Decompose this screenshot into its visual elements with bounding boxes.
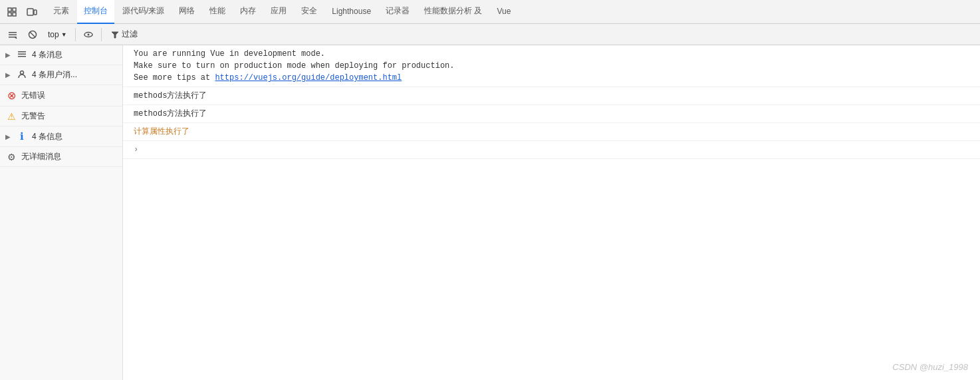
tab-sources[interactable]: 源代码/来源 bbox=[116, 0, 171, 24]
console-entry-vue-mode: You are running Vue in development mode.… bbox=[123, 45, 980, 87]
svg-rect-0 bbox=[8, 8, 11, 11]
sidebar-item-errors[interactable]: ⊗ 无错误 bbox=[0, 85, 122, 106]
tab-elements[interactable]: 元素 bbox=[47, 0, 76, 24]
expand-arrow-messages: ▶ bbox=[5, 51, 11, 59]
svg-rect-7 bbox=[9, 34, 17, 35]
sidebar-item-verbose[interactable]: ⚙ 无详细消息 bbox=[0, 147, 122, 167]
gear-icon: ⚙ bbox=[5, 152, 17, 162]
sidebar-item-label: 无详细消息 bbox=[21, 151, 61, 162]
svg-rect-4 bbox=[27, 9, 33, 15]
svg-rect-2 bbox=[8, 13, 11, 16]
deployment-link[interactable]: https://vuejs.org/guide/deployment.html bbox=[215, 73, 402, 83]
sidebar-item-label: 4 条用户消... bbox=[32, 69, 77, 81]
tab-vue[interactable]: Vue bbox=[490, 0, 517, 24]
svg-rect-3 bbox=[13, 13, 16, 16]
sidebar-item-user-messages[interactable]: ▶ 4 条用户消... bbox=[0, 65, 122, 85]
tab-lighthouse[interactable]: Lighthouse bbox=[325, 0, 378, 24]
svg-point-13 bbox=[87, 33, 89, 35]
sidebar-item-messages[interactable]: ▶ 4 条消息 bbox=[0, 45, 122, 65]
tab-performance[interactable]: 性能 bbox=[203, 0, 232, 24]
tab-perf-insights[interactable]: 性能数据分析 及 bbox=[418, 0, 489, 24]
console-entry-computed: 计算属性执行了 bbox=[123, 123, 980, 141]
user-icon bbox=[16, 69, 28, 81]
block-icon[interactable] bbox=[24, 26, 41, 43]
svg-marker-14 bbox=[112, 32, 118, 38]
tab-recorder[interactable]: 记录器 bbox=[379, 0, 416, 24]
tab-console[interactable]: 控制台 bbox=[77, 0, 114, 24]
tab-memory[interactable]: 内存 bbox=[233, 0, 263, 24]
list-icon bbox=[16, 49, 28, 61]
console-entry-methods-2: methods方法执行了 bbox=[123, 105, 980, 123]
toolbar-divider bbox=[75, 28, 76, 41]
console-output: You are running Vue in development mode.… bbox=[123, 45, 980, 380]
filter-button[interactable]: 过滤 bbox=[106, 27, 143, 42]
svg-rect-5 bbox=[34, 10, 37, 15]
console-toolbar: top ▼ 过滤 bbox=[0, 24, 980, 45]
sidebar: ▶ 4 条消息 ▶ 4 条用户消... ⊗ 无错误 bbox=[0, 45, 123, 380]
svg-line-11 bbox=[30, 32, 35, 37]
device-icon[interactable] bbox=[23, 3, 41, 21]
svg-rect-6 bbox=[9, 32, 17, 33]
context-dropdown[interactable]: top ▼ bbox=[44, 29, 71, 41]
inspect-icon[interactable] bbox=[3, 3, 21, 21]
tab-application[interactable]: 应用 bbox=[264, 0, 293, 24]
sidebar-item-label: 无警告 bbox=[21, 110, 45, 122]
arrow-right-icon[interactable]: › bbox=[134, 144, 138, 156]
error-icon: ⊗ bbox=[5, 89, 17, 102]
expand-arrow-info: ▶ bbox=[5, 133, 11, 140]
svg-rect-16 bbox=[18, 54, 26, 55]
sidebar-item-label: 4 条信息 bbox=[32, 131, 62, 142]
console-entry-methods-1: methods方法执行了 bbox=[123, 87, 980, 105]
tab-network[interactable]: 网络 bbox=[172, 0, 201, 24]
svg-rect-15 bbox=[18, 51, 26, 53]
sidebar-item-label: 4 条消息 bbox=[32, 49, 62, 61]
expand-arrow-user: ▶ bbox=[5, 71, 11, 79]
svg-rect-17 bbox=[18, 56, 26, 57]
console-entry-arrow: › bbox=[123, 141, 980, 159]
tab-security[interactable]: 安全 bbox=[295, 0, 324, 24]
warning-icon: ⚠ bbox=[5, 111, 17, 122]
sidebar-item-info[interactable]: ▶ ℹ 4 条信息 bbox=[0, 126, 122, 147]
main-content: ▶ 4 条消息 ▶ 4 条用户消... ⊗ 无错误 bbox=[0, 45, 980, 380]
info-icon: ℹ bbox=[16, 130, 28, 142]
toolbar-divider-2 bbox=[101, 28, 102, 41]
sidebar-item-warnings[interactable]: ⚠ 无警告 bbox=[0, 106, 122, 126]
tab-bar: 元素 控制台 源代码/来源 网络 性能 内存 应用 安全 Lighthouse … bbox=[0, 0, 980, 24]
svg-point-18 bbox=[21, 71, 24, 75]
clear-console-button[interactable] bbox=[4, 26, 21, 43]
devtools-icons bbox=[3, 3, 41, 21]
svg-rect-1 bbox=[13, 8, 16, 11]
sidebar-item-label: 无错误 bbox=[21, 90, 45, 101]
eye-icon-button[interactable] bbox=[80, 26, 97, 43]
